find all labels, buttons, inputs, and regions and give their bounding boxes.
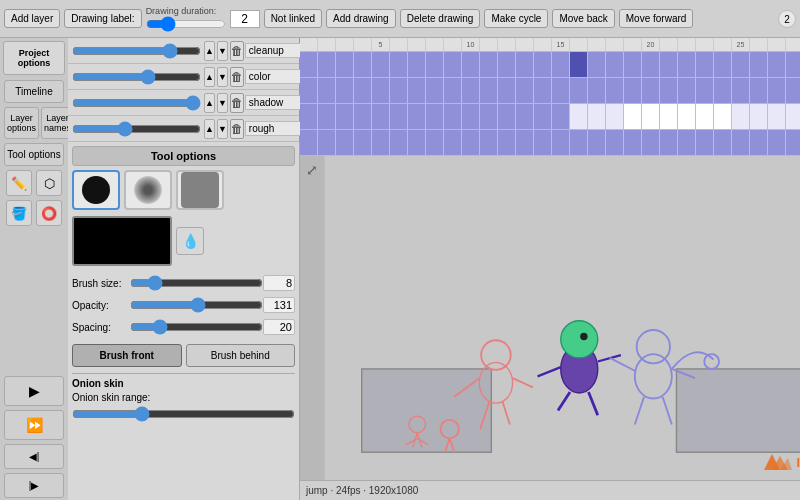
timeline-cell[interactable] — [318, 52, 336, 77]
timeline-cell[interactable] — [714, 78, 732, 103]
timeline-cell[interactable] — [696, 104, 714, 129]
project-options-button[interactable]: Project options — [3, 41, 65, 75]
timeline-cell[interactable] — [498, 104, 516, 129]
cleanup-up-button[interactable] — [204, 41, 215, 61]
timeline-cell[interactable] — [606, 130, 624, 155]
timeline-cell[interactable] — [750, 52, 768, 77]
timeline-cell[interactable] — [732, 78, 750, 103]
timeline-cell[interactable] — [444, 78, 462, 103]
brush-preset-texture[interactable] — [176, 170, 224, 210]
timeline-cell[interactable] — [732, 104, 750, 129]
timeline-cell[interactable] — [624, 130, 642, 155]
timeline-cell[interactable] — [768, 52, 786, 77]
timeline-cell[interactable] — [516, 130, 534, 155]
timeline-cell[interactable] — [660, 104, 678, 129]
timeline-cell[interactable] — [696, 130, 714, 155]
not-linked-button[interactable]: Not linked — [264, 9, 322, 28]
step-forward-button[interactable]: ⏩ — [4, 410, 64, 440]
timeline-cell[interactable] — [714, 52, 732, 77]
timeline-cell[interactable] — [588, 130, 606, 155]
timeline-cell[interactable] — [354, 52, 372, 77]
make-cycle-button[interactable]: Make cycle — [484, 9, 548, 28]
timeline-cell[interactable] — [678, 104, 696, 129]
rough-name-input[interactable] — [245, 121, 303, 136]
tool-options-title[interactable]: Tool options — [72, 146, 295, 166]
timeline-cell[interactable] — [336, 52, 354, 77]
timeline-cell[interactable] — [552, 52, 570, 77]
pencil-tool[interactable]: ✏️ — [6, 170, 32, 196]
timeline-cell[interactable] — [408, 52, 426, 77]
timeline-cell[interactable] — [336, 78, 354, 103]
timeline-cell[interactable] — [516, 78, 534, 103]
timeline-cell[interactable] — [444, 104, 462, 129]
opacity-slider[interactable] — [130, 298, 263, 312]
timeline-cell[interactable] — [426, 78, 444, 103]
eyedropper-button[interactable]: 💧 — [176, 227, 204, 255]
color-name-input[interactable] — [245, 69, 303, 84]
timeline-cell[interactable] — [318, 104, 336, 129]
timeline-cell[interactable] — [588, 78, 606, 103]
timeline-cell[interactable] — [408, 104, 426, 129]
timeline-cell[interactable] — [372, 52, 390, 77]
move-forward-button[interactable]: Move forward — [619, 9, 694, 28]
timeline-cell[interactable] — [480, 52, 498, 77]
add-drawing-button[interactable]: Add drawing — [326, 9, 396, 28]
timeline-cell[interactable] — [570, 52, 588, 77]
timeline-cell[interactable] — [426, 104, 444, 129]
timeline-cell[interactable] — [426, 52, 444, 77]
timeline-cell[interactable] — [588, 104, 606, 129]
play-button[interactable]: ▶ — [4, 376, 64, 406]
timeline-cell[interactable] — [552, 78, 570, 103]
rough-down-button[interactable] — [217, 119, 228, 139]
color-delete-button[interactable]: 🗑 — [230, 67, 244, 87]
color-swatch[interactable] — [72, 216, 172, 266]
color-opacity-slider[interactable] — [72, 70, 201, 84]
rough-up-button[interactable] — [204, 119, 215, 139]
timeline-cell[interactable] — [498, 78, 516, 103]
move-back-button[interactable]: Move back — [552, 9, 614, 28]
timeline-cell[interactable] — [750, 78, 768, 103]
timeline-cell[interactable] — [444, 130, 462, 155]
timeline-cell[interactable] — [768, 104, 786, 129]
timeline-cell[interactable] — [714, 104, 732, 129]
timeline-cell[interactable] — [750, 104, 768, 129]
timeline-cell[interactable] — [534, 104, 552, 129]
next-frame-button[interactable]: |▶ — [4, 473, 64, 498]
brush-behind-button[interactable]: Brush behind — [186, 344, 296, 367]
brush-preset-solid[interactable] — [72, 170, 120, 210]
timeline-cell[interactable] — [354, 130, 372, 155]
layer-options-button[interactable]: Layer options — [4, 107, 39, 139]
timeline-cell[interactable] — [300, 52, 318, 77]
shadow-opacity-slider[interactable] — [72, 96, 201, 110]
timeline-button[interactable]: Timeline — [4, 80, 64, 103]
timeline-cell[interactable] — [462, 78, 480, 103]
brush-preset-soft[interactable] — [124, 170, 172, 210]
timeline-cell[interactable] — [426, 130, 444, 155]
timeline-cell[interactable] — [480, 104, 498, 129]
timeline-cell[interactable] — [336, 104, 354, 129]
timeline-cell[interactable] — [714, 130, 732, 155]
timeline-cell[interactable] — [660, 52, 678, 77]
timeline-cell[interactable] — [678, 130, 696, 155]
timeline-cell[interactable] — [390, 52, 408, 77]
timeline-cell[interactable] — [642, 130, 660, 155]
bucket-tool[interactable]: 🪣 — [6, 200, 32, 226]
timeline-cell[interactable] — [408, 78, 426, 103]
timeline-cell[interactable] — [552, 104, 570, 129]
timeline-cell[interactable] — [462, 130, 480, 155]
brush-front-button[interactable]: Brush front — [72, 344, 182, 367]
timeline-cell[interactable] — [462, 104, 480, 129]
spacing-slider[interactable] — [130, 320, 263, 334]
timeline-cell[interactable] — [588, 52, 606, 77]
timeline-cell[interactable] — [498, 52, 516, 77]
timeline-cell[interactable] — [696, 52, 714, 77]
lasso-tool[interactable]: ⭕ — [36, 200, 62, 226]
cleanup-name-input[interactable] — [245, 43, 303, 58]
timeline-cell[interactable] — [390, 104, 408, 129]
timeline-cell[interactable] — [390, 78, 408, 103]
timeline-cell[interactable] — [372, 78, 390, 103]
timeline-cell[interactable] — [336, 130, 354, 155]
timeline-cell[interactable] — [768, 130, 786, 155]
color-up-button[interactable] — [204, 67, 215, 87]
timeline-cell[interactable] — [318, 130, 336, 155]
